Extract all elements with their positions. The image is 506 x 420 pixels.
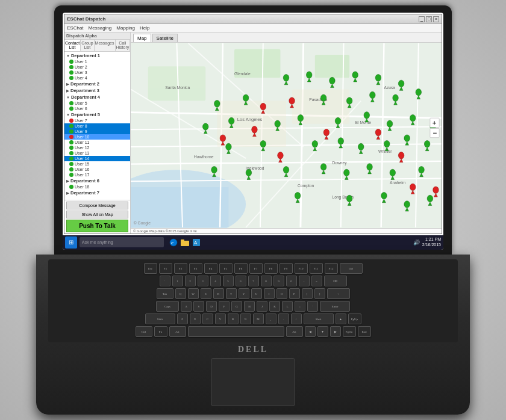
key-1[interactable]: 1: [172, 276, 183, 286]
key-3[interactable]: 3: [198, 276, 208, 286]
key-down[interactable]: ▼: [317, 326, 328, 337]
user-14[interactable]: User 14: [64, 156, 130, 161]
key-u[interactable]: U: [251, 288, 262, 299]
key-w[interactable]: W: [188, 288, 199, 299]
map-tab-map[interactable]: Map: [133, 34, 151, 42]
key-n[interactable]: N: [240, 313, 251, 324]
tab-contact-list[interactable]: Contact List: [64, 40, 81, 51]
key-pgup[interactable]: PgUp: [348, 313, 361, 324]
dept-7[interactable]: ▶ Department 7: [64, 190, 130, 196]
key-c[interactable]: C: [202, 313, 213, 324]
key-alt-l[interactable]: Alt: [169, 326, 186, 337]
user-4[interactable]: User 4: [64, 75, 130, 81]
key-backtick[interactable]: `: [160, 276, 170, 286]
key-i[interactable]: I: [264, 288, 275, 299]
key-alt-r[interactable]: Alt: [286, 326, 303, 337]
user-18[interactable]: User 18: [64, 184, 130, 190]
tab-group-list[interactable]: Group List: [81, 40, 94, 51]
menu-eschat[interactable]: ESChat: [67, 25, 84, 31]
key-lbracket[interactable]: [: [302, 288, 313, 299]
key-f3[interactable]: F3: [189, 263, 202, 274]
key-2[interactable]: 2: [185, 276, 196, 286]
menu-help[interactable]: Help: [140, 25, 149, 31]
key-f2[interactable]: F2: [174, 263, 187, 274]
dept-6[interactable]: ▶ Department 6: [64, 178, 130, 184]
key-f1[interactable]: F1: [159, 263, 172, 274]
dept-5[interactable]: ▼ Department 5: [64, 111, 130, 118]
key-fn[interactable]: Fn: [154, 326, 167, 337]
user-13[interactable]: User 13: [64, 150, 130, 156]
key-s[interactable]: S: [193, 301, 204, 312]
key-j[interactable]: J: [257, 301, 267, 312]
key-x[interactable]: X: [190, 313, 201, 324]
key-b[interactable]: B: [228, 313, 239, 324]
key-quote[interactable]: ': [307, 301, 318, 312]
start-button[interactable]: ⊞: [65, 236, 77, 249]
key-9[interactable]: 9: [273, 276, 284, 286]
dept-1[interactable]: ▼ Department 1: [64, 52, 130, 59]
user-9[interactable]: User 9: [64, 129, 130, 134]
key-esc[interactable]: Esc: [144, 263, 157, 274]
key-f12[interactable]: F12: [325, 263, 338, 274]
key-left[interactable]: ◀: [305, 326, 316, 337]
user-2[interactable]: User 2: [64, 64, 130, 70]
key-8[interactable]: 8: [261, 276, 272, 286]
key-end[interactable]: End: [358, 326, 371, 337]
key-shift-l[interactable]: Shift: [145, 313, 175, 324]
map-view[interactable]: Los Angeles Pasadena Santa Monica El Mon…: [131, 43, 442, 228]
key-f5[interactable]: F5: [219, 263, 233, 274]
menu-messaging[interactable]: Messaging: [89, 25, 112, 31]
user-12[interactable]: User 12: [64, 145, 130, 150]
key-e[interactable]: E: [201, 288, 211, 299]
key-capslock[interactable]: Caps: [156, 301, 179, 312]
key-f9[interactable]: F9: [280, 263, 293, 274]
map-tab-satellite[interactable]: Satellite: [152, 34, 178, 42]
key-f6[interactable]: F6: [234, 263, 248, 274]
user-17[interactable]: User 17: [64, 172, 130, 178]
key-f8[interactable]: F8: [264, 263, 278, 274]
tab-call-history[interactable]: Call History: [116, 40, 131, 51]
user-3[interactable]: User 3: [64, 70, 130, 75]
ptt-button[interactable]: Push To Talk: [66, 220, 128, 232]
key-6[interactable]: 6: [236, 276, 246, 286]
key-pgdn[interactable]: PgDn: [343, 326, 356, 337]
key-minus[interactable]: -: [299, 276, 310, 286]
key-m[interactable]: M: [253, 313, 264, 324]
key-enter[interactable]: Enter: [320, 301, 350, 312]
user-16[interactable]: User 16: [64, 167, 130, 172]
user-6[interactable]: User 6: [64, 106, 130, 111]
compose-button[interactable]: Compose Message: [66, 202, 128, 209]
close-button[interactable]: ×: [433, 16, 439, 22]
key-o[interactable]: O: [276, 288, 287, 299]
dept-4[interactable]: ▼ Department 4: [64, 94, 130, 100]
taskbar-search[interactable]: Ask me anything: [80, 237, 164, 247]
key-f4[interactable]: F4: [204, 263, 217, 274]
key-period[interactable]: .: [278, 313, 289, 324]
dept-2[interactable]: ▶ Department 2: [64, 81, 130, 87]
key-backslash[interactable]: \: [327, 288, 350, 299]
key-h[interactable]: H: [244, 301, 255, 312]
key-slash[interactable]: /: [291, 313, 302, 324]
key-t[interactable]: T: [226, 288, 237, 299]
touchpad[interactable]: [211, 358, 295, 406]
key-up[interactable]: ▲: [336, 313, 346, 324]
key-semicolon[interactable]: ;: [295, 301, 305, 312]
key-shift-r[interactable]: Shift: [304, 313, 334, 324]
key-tab[interactable]: Tab: [157, 288, 173, 299]
key-4[interactable]: 4: [210, 276, 221, 286]
user-10[interactable]: User 10: [64, 134, 130, 140]
key-0[interactable]: 0: [286, 276, 297, 286]
user-11[interactable]: User 11: [64, 140, 130, 145]
key-7[interactable]: 7: [248, 276, 259, 286]
show-all-button[interactable]: Show All on Map: [66, 211, 128, 218]
key-right[interactable]: ▶: [330, 326, 341, 337]
key-g[interactable]: G: [231, 301, 242, 312]
key-backspace[interactable]: ⌫: [324, 276, 347, 286]
key-r[interactable]: R: [213, 288, 224, 299]
user-5[interactable]: User 5: [64, 100, 130, 106]
key-space[interactable]: [188, 326, 284, 337]
key-f11[interactable]: F11: [310, 263, 323, 274]
key-p[interactable]: P: [289, 288, 300, 299]
key-a[interactable]: A: [181, 301, 192, 312]
key-k[interactable]: K: [269, 301, 280, 312]
